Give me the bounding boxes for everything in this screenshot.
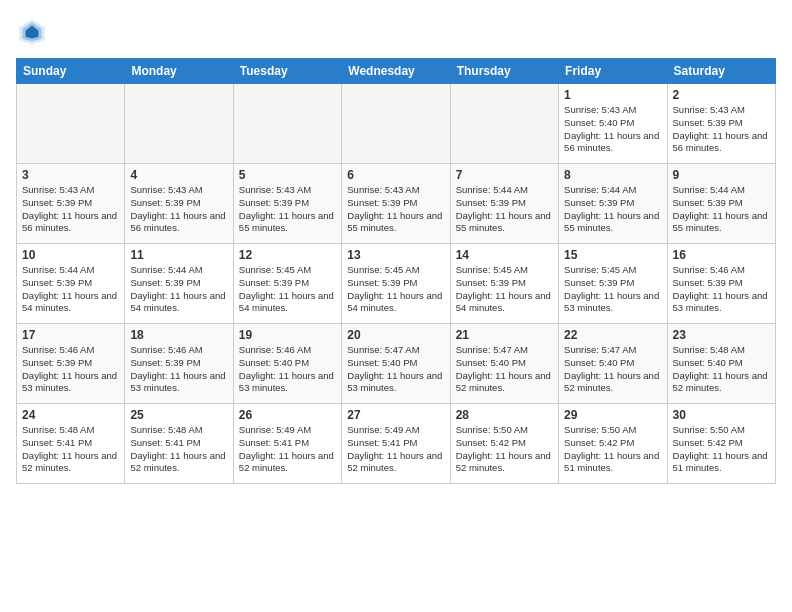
day-info: Sunrise: 5:45 AM Sunset: 5:39 PM Dayligh… <box>564 264 661 315</box>
day-number: 16 <box>673 248 770 262</box>
calendar-cell: 3Sunrise: 5:43 AM Sunset: 5:39 PM Daylig… <box>17 164 125 244</box>
day-info: Sunrise: 5:44 AM Sunset: 5:39 PM Dayligh… <box>130 264 227 315</box>
calendar-cell: 11Sunrise: 5:44 AM Sunset: 5:39 PM Dayli… <box>125 244 233 324</box>
day-number: 22 <box>564 328 661 342</box>
calendar-day-header: Tuesday <box>233 59 341 84</box>
day-number: 20 <box>347 328 444 342</box>
calendar-cell: 7Sunrise: 5:44 AM Sunset: 5:39 PM Daylig… <box>450 164 558 244</box>
day-number: 21 <box>456 328 553 342</box>
day-info: Sunrise: 5:43 AM Sunset: 5:39 PM Dayligh… <box>239 184 336 235</box>
day-number: 12 <box>239 248 336 262</box>
day-number: 15 <box>564 248 661 262</box>
day-number: 25 <box>130 408 227 422</box>
day-info: Sunrise: 5:46 AM Sunset: 5:40 PM Dayligh… <box>239 344 336 395</box>
day-info: Sunrise: 5:49 AM Sunset: 5:41 PM Dayligh… <box>347 424 444 475</box>
week-row: 24Sunrise: 5:48 AM Sunset: 5:41 PM Dayli… <box>17 404 776 484</box>
page-header <box>16 16 776 48</box>
calendar-day-header: Thursday <box>450 59 558 84</box>
day-info: Sunrise: 5:46 AM Sunset: 5:39 PM Dayligh… <box>673 264 770 315</box>
calendar-cell: 12Sunrise: 5:45 AM Sunset: 5:39 PM Dayli… <box>233 244 341 324</box>
calendar-cell: 27Sunrise: 5:49 AM Sunset: 5:41 PM Dayli… <box>342 404 450 484</box>
day-info: Sunrise: 5:47 AM Sunset: 5:40 PM Dayligh… <box>564 344 661 395</box>
calendar-cell: 24Sunrise: 5:48 AM Sunset: 5:41 PM Dayli… <box>17 404 125 484</box>
day-number: 13 <box>347 248 444 262</box>
day-info: Sunrise: 5:50 AM Sunset: 5:42 PM Dayligh… <box>564 424 661 475</box>
calendar-cell: 10Sunrise: 5:44 AM Sunset: 5:39 PM Dayli… <box>17 244 125 324</box>
calendar-cell: 13Sunrise: 5:45 AM Sunset: 5:39 PM Dayli… <box>342 244 450 324</box>
day-info: Sunrise: 5:43 AM Sunset: 5:39 PM Dayligh… <box>673 104 770 155</box>
calendar-cell: 5Sunrise: 5:43 AM Sunset: 5:39 PM Daylig… <box>233 164 341 244</box>
calendar-header-row: SundayMondayTuesdayWednesdayThursdayFrid… <box>17 59 776 84</box>
calendar-cell: 19Sunrise: 5:46 AM Sunset: 5:40 PM Dayli… <box>233 324 341 404</box>
day-info: Sunrise: 5:44 AM Sunset: 5:39 PM Dayligh… <box>673 184 770 235</box>
day-info: Sunrise: 5:43 AM Sunset: 5:39 PM Dayligh… <box>347 184 444 235</box>
day-info: Sunrise: 5:50 AM Sunset: 5:42 PM Dayligh… <box>673 424 770 475</box>
calendar-cell: 2Sunrise: 5:43 AM Sunset: 5:39 PM Daylig… <box>667 84 775 164</box>
calendar-table: SundayMondayTuesdayWednesdayThursdayFrid… <box>16 58 776 484</box>
day-number: 17 <box>22 328 119 342</box>
calendar-cell: 21Sunrise: 5:47 AM Sunset: 5:40 PM Dayli… <box>450 324 558 404</box>
calendar-cell: 4Sunrise: 5:43 AM Sunset: 5:39 PM Daylig… <box>125 164 233 244</box>
day-info: Sunrise: 5:44 AM Sunset: 5:39 PM Dayligh… <box>564 184 661 235</box>
day-number: 18 <box>130 328 227 342</box>
calendar-cell <box>233 84 341 164</box>
week-row: 3Sunrise: 5:43 AM Sunset: 5:39 PM Daylig… <box>17 164 776 244</box>
calendar-cell: 23Sunrise: 5:48 AM Sunset: 5:40 PM Dayli… <box>667 324 775 404</box>
calendar-day-header: Wednesday <box>342 59 450 84</box>
calendar-cell: 6Sunrise: 5:43 AM Sunset: 5:39 PM Daylig… <box>342 164 450 244</box>
day-info: Sunrise: 5:48 AM Sunset: 5:40 PM Dayligh… <box>673 344 770 395</box>
calendar-day-header: Friday <box>559 59 667 84</box>
calendar-cell: 28Sunrise: 5:50 AM Sunset: 5:42 PM Dayli… <box>450 404 558 484</box>
day-number: 5 <box>239 168 336 182</box>
calendar-cell: 1Sunrise: 5:43 AM Sunset: 5:40 PM Daylig… <box>559 84 667 164</box>
day-number: 11 <box>130 248 227 262</box>
day-number: 29 <box>564 408 661 422</box>
day-info: Sunrise: 5:46 AM Sunset: 5:39 PM Dayligh… <box>22 344 119 395</box>
calendar-cell: 26Sunrise: 5:49 AM Sunset: 5:41 PM Dayli… <box>233 404 341 484</box>
day-info: Sunrise: 5:43 AM Sunset: 5:39 PM Dayligh… <box>130 184 227 235</box>
calendar-cell: 17Sunrise: 5:46 AM Sunset: 5:39 PM Dayli… <box>17 324 125 404</box>
day-number: 26 <box>239 408 336 422</box>
day-info: Sunrise: 5:43 AM Sunset: 5:39 PM Dayligh… <box>22 184 119 235</box>
logo-icon <box>16 16 48 48</box>
calendar-cell <box>450 84 558 164</box>
day-info: Sunrise: 5:45 AM Sunset: 5:39 PM Dayligh… <box>456 264 553 315</box>
calendar-cell <box>342 84 450 164</box>
day-number: 14 <box>456 248 553 262</box>
week-row: 17Sunrise: 5:46 AM Sunset: 5:39 PM Dayli… <box>17 324 776 404</box>
calendar-cell: 18Sunrise: 5:46 AM Sunset: 5:39 PM Dayli… <box>125 324 233 404</box>
day-info: Sunrise: 5:48 AM Sunset: 5:41 PM Dayligh… <box>22 424 119 475</box>
day-info: Sunrise: 5:49 AM Sunset: 5:41 PM Dayligh… <box>239 424 336 475</box>
calendar-cell: 9Sunrise: 5:44 AM Sunset: 5:39 PM Daylig… <box>667 164 775 244</box>
calendar-cell: 8Sunrise: 5:44 AM Sunset: 5:39 PM Daylig… <box>559 164 667 244</box>
day-info: Sunrise: 5:44 AM Sunset: 5:39 PM Dayligh… <box>22 264 119 315</box>
calendar-cell: 14Sunrise: 5:45 AM Sunset: 5:39 PM Dayli… <box>450 244 558 324</box>
day-number: 24 <box>22 408 119 422</box>
day-info: Sunrise: 5:47 AM Sunset: 5:40 PM Dayligh… <box>347 344 444 395</box>
calendar-cell: 15Sunrise: 5:45 AM Sunset: 5:39 PM Dayli… <box>559 244 667 324</box>
day-number: 28 <box>456 408 553 422</box>
day-info: Sunrise: 5:43 AM Sunset: 5:40 PM Dayligh… <box>564 104 661 155</box>
day-number: 23 <box>673 328 770 342</box>
day-number: 3 <box>22 168 119 182</box>
day-number: 19 <box>239 328 336 342</box>
day-number: 27 <box>347 408 444 422</box>
day-info: Sunrise: 5:46 AM Sunset: 5:39 PM Dayligh… <box>130 344 227 395</box>
calendar-day-header: Monday <box>125 59 233 84</box>
calendar-cell <box>17 84 125 164</box>
calendar-cell: 16Sunrise: 5:46 AM Sunset: 5:39 PM Dayli… <box>667 244 775 324</box>
day-number: 30 <box>673 408 770 422</box>
calendar-day-header: Saturday <box>667 59 775 84</box>
day-number: 9 <box>673 168 770 182</box>
calendar-day-header: Sunday <box>17 59 125 84</box>
calendar-cell: 25Sunrise: 5:48 AM Sunset: 5:41 PM Dayli… <box>125 404 233 484</box>
calendar-cell: 30Sunrise: 5:50 AM Sunset: 5:42 PM Dayli… <box>667 404 775 484</box>
calendar-cell <box>125 84 233 164</box>
day-number: 4 <box>130 168 227 182</box>
day-number: 2 <box>673 88 770 102</box>
day-info: Sunrise: 5:45 AM Sunset: 5:39 PM Dayligh… <box>347 264 444 315</box>
logo <box>16 16 52 48</box>
day-info: Sunrise: 5:48 AM Sunset: 5:41 PM Dayligh… <box>130 424 227 475</box>
week-row: 1Sunrise: 5:43 AM Sunset: 5:40 PM Daylig… <box>17 84 776 164</box>
calendar-cell: 20Sunrise: 5:47 AM Sunset: 5:40 PM Dayli… <box>342 324 450 404</box>
